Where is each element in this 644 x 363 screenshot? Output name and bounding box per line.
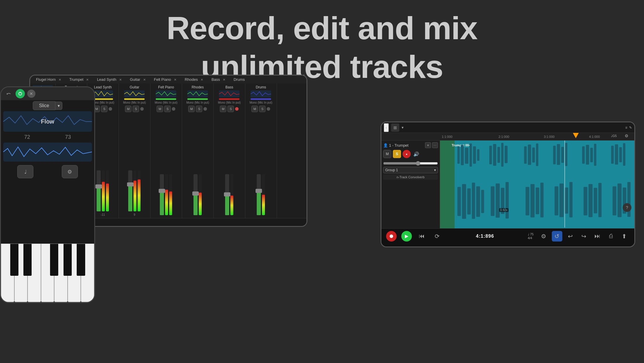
back-btn[interactable]: ‹: [384, 123, 389, 132]
export-btn[interactable]: ⬆: [619, 231, 630, 242]
solo-btn[interactable]: S: [259, 106, 266, 112]
notes-btn[interactable]: ♩: [17, 165, 33, 178]
mixer-tabs: Flugel Horn ✕ Trumpet ✕ Lead Synth ✕ Gui…: [30, 76, 306, 83]
track-more-btn[interactable]: ⋯: [432, 142, 438, 148]
fader-track[interactable]: [128, 170, 132, 211]
grid-btn[interactable]: ⊞: [391, 124, 399, 132]
settings-icon[interactable]: ⚙: [625, 133, 628, 138]
piano-black-key[interactable]: [24, 244, 32, 276]
fader-area: [97, 114, 109, 211]
skip-btn[interactable]: ⏭: [592, 231, 603, 242]
tab-drums[interactable]: Drums: [229, 76, 249, 83]
solo-btn[interactable]: S: [101, 106, 107, 112]
svg-rect-12: [505, 146, 508, 163]
loop-btn[interactable]: ⟳: [432, 231, 442, 242]
effect-label[interactable]: n-Track Convolverb: [383, 174, 438, 180]
fader-track[interactable]: [193, 174, 198, 215]
play-button[interactable]: ▶: [401, 231, 412, 242]
loop-mode-btn[interactable]: ↺: [552, 231, 562, 242]
mute-btn[interactable]: M: [157, 106, 163, 112]
tab-close[interactable]: ✕: [174, 78, 177, 81]
record-button[interactable]: [386, 231, 397, 242]
mute-btn[interactable]: M: [188, 106, 195, 112]
fader-track[interactable]: [97, 170, 101, 211]
tab-lead-synth[interactable]: Lead Synth ✕: [93, 76, 126, 83]
phone-header: ⤺ ✕: [1, 87, 94, 100]
mute-btn[interactable]: M: [383, 150, 391, 158]
tab-close[interactable]: ✕: [201, 78, 203, 81]
fader-track[interactable]: [160, 174, 164, 215]
phone-waveform-top: Flow: [3, 111, 92, 132]
piano-black-key[interactable]: [64, 244, 72, 276]
ms-row: M S: [188, 106, 207, 112]
record-dot[interactable]: [267, 107, 270, 111]
mute-btn[interactable]: M: [125, 106, 131, 112]
piano-black-key[interactable]: [11, 244, 18, 276]
tab-flugel-horn[interactable]: Flugel Horn ✕: [32, 76, 65, 83]
svg-rect-4: [465, 148, 468, 164]
piano-black-key[interactable]: [77, 244, 85, 276]
track-close-btn[interactable]: ✕: [425, 142, 431, 148]
record-dot[interactable]: [172, 107, 175, 111]
slice-button[interactable]: Slice: [33, 101, 55, 110]
channel-rhodes: Rhodes Mono (Mic In put) M S: [182, 83, 214, 218]
ms-row: M S: [125, 106, 144, 112]
svg-rect-11: [501, 143, 503, 167]
edit-icon[interactable]: ✎: [629, 126, 632, 130]
tab-felt-piano[interactable]: Felt Piano ✕: [150, 76, 181, 83]
time-sig: 4/4: [528, 236, 532, 240]
tab-bass[interactable]: Bass ✕: [207, 76, 229, 83]
tab-label: Rhodes: [185, 77, 198, 82]
svg-rect-49: [594, 188, 597, 213]
record-dot[interactable]: [140, 107, 144, 111]
mixer-btn[interactable]: ⚙: [538, 231, 549, 242]
svg-rect-45: [565, 188, 568, 214]
fader-track[interactable]: [225, 174, 229, 215]
solo-btn[interactable]: S: [227, 106, 234, 112]
solo-btn[interactable]: S: [393, 150, 401, 158]
tab-close[interactable]: ✕: [223, 78, 225, 81]
help-btn[interactable]: ?: [623, 203, 631, 212]
phone-back-btn[interactable]: ⤺: [4, 89, 13, 98]
svg-rect-39: [525, 187, 529, 215]
view-dropdown[interactable]: ▾: [402, 125, 404, 130]
undo-btn[interactable]: ↩: [565, 231, 576, 242]
solo-btn[interactable]: S: [133, 106, 139, 112]
record-dot[interactable]: [235, 107, 239, 111]
svg-rect-28: [623, 143, 625, 166]
mixer-icon[interactable]: ≡: [625, 126, 627, 130]
tab-close[interactable]: ✕: [86, 78, 89, 81]
piano-key-b[interactable]: [81, 244, 94, 302]
redo-btn[interactable]: ↪: [579, 231, 589, 242]
tab-rhodes[interactable]: Rhodes ✕: [181, 76, 207, 83]
solo-btn[interactable]: S: [164, 106, 171, 112]
mute-btn[interactable]: M: [251, 106, 258, 112]
slice-dropdown-btn[interactable]: ▾: [55, 102, 62, 110]
tab-close[interactable]: ✕: [59, 78, 61, 81]
record-dot[interactable]: [203, 107, 207, 111]
volume-slider[interactable]: [383, 161, 438, 166]
mute-btn[interactable]: M: [220, 106, 226, 112]
phone-close-btn[interactable]: ✕: [27, 90, 35, 98]
record-btn[interactable]: ●: [402, 150, 411, 158]
piano-key-e[interactable]: [28, 244, 41, 302]
record-dot[interactable]: [109, 107, 112, 111]
solo-btn[interactable]: S: [196, 106, 202, 112]
group-select[interactable]: Group 1 ▾: [383, 167, 438, 173]
playhead-marker: [573, 133, 579, 138]
piano-black-key[interactable]: [51, 244, 58, 276]
tab-guitar[interactable]: Guitar ✕: [126, 76, 150, 83]
volume-icon[interactable]: 🔊: [413, 151, 419, 157]
settings-btn[interactable]: ⚙: [62, 165, 78, 178]
tab-trumpet[interactable]: Trumpet ✕: [65, 76, 93, 83]
svg-rect-51: [613, 186, 616, 215]
tab-close[interactable]: ✕: [143, 78, 146, 81]
fader-area: [160, 114, 172, 215]
tab-close[interactable]: ✕: [119, 78, 122, 81]
channel-name: Bass: [225, 85, 233, 89]
fader-track[interactable]: [257, 174, 261, 215]
rewind-btn[interactable]: ⏮: [417, 231, 427, 242]
phone-power-btn[interactable]: [16, 89, 25, 98]
share-btn[interactable]: ⎙: [606, 231, 616, 242]
channel-bass: Bass Mono (Mic In put) M S: [214, 83, 245, 218]
